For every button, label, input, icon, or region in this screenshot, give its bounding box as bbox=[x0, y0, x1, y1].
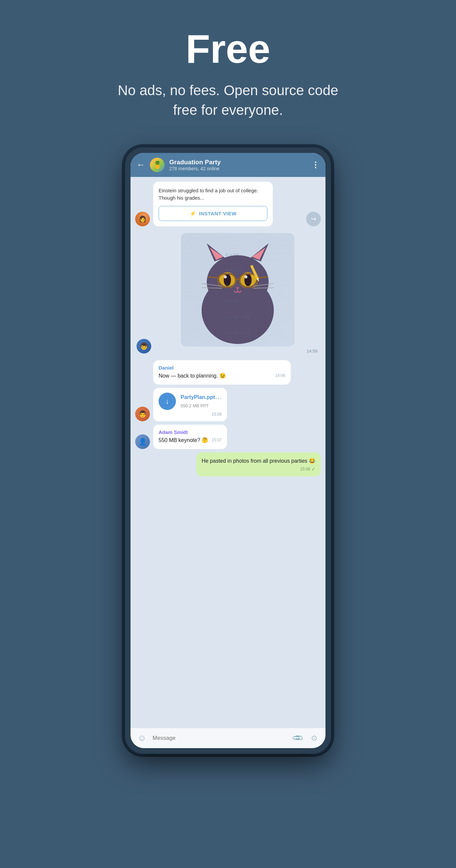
file-sender-avatar: 👨 bbox=[135, 407, 150, 421]
math-background: A = πr² V = l³ P = 2πr A = πr² s = √(r² … bbox=[181, 233, 295, 346]
hero-subtitle: No ads, no fees. Open source code free f… bbox=[111, 81, 345, 120]
emoji-icon: ☺ bbox=[138, 733, 147, 743]
adam-avatar: 👤 bbox=[135, 434, 150, 449]
back-button[interactable]: ← bbox=[136, 160, 145, 170]
sticker-background: A = πr² V = l³ P = 2πr A = πr² s = √(r² … bbox=[181, 233, 295, 346]
camera-icon: ⊙ bbox=[311, 734, 317, 742]
self-message-row: He pasted in photos from all previous pa… bbox=[135, 452, 321, 476]
file-more-icon[interactable]: ⋯ bbox=[215, 394, 222, 402]
download-button[interactable]: ↓ bbox=[158, 393, 176, 410]
adam-message-row: 👤 Adam Smidt 550 MB keynote? 🤔 15:07 bbox=[135, 425, 321, 449]
input-bar: ☺ 📎 ⊙ bbox=[130, 728, 326, 748]
daniel-message-container: Daniel Now — back to planning. 😉 15:06 bbox=[135, 360, 321, 384]
file-message-row: 👨 ↓ PartyPlan.ppt ⋯ bbox=[135, 388, 321, 421]
download-icon: ↓ bbox=[165, 397, 169, 406]
group-info: Graduation Party 278 members, 42 online bbox=[169, 159, 307, 171]
lightning-icon: ⚡ bbox=[190, 210, 196, 217]
phone-frame: ← 🍍 Graduation Party 278 members, 42 onl… bbox=[124, 147, 332, 754]
adam-message-bubble: Adam Smidt 550 MB keynote? 🤔 15:07 bbox=[153, 425, 227, 449]
forward-icon: ↪ bbox=[311, 215, 316, 223]
daniel-message-text: Now — back to planning. 😉 15:06 bbox=[158, 372, 285, 380]
adam-message-text: 550 MB keynote? 🤔 15:07 bbox=[158, 436, 222, 444]
file-time: 15:06 bbox=[158, 412, 222, 416]
daniel-message-bubble: Daniel Now — back to planning. 😉 15:06 bbox=[153, 360, 291, 384]
self-message-footer: 15:08 ✓ bbox=[202, 466, 315, 472]
file-header-row: PartyPlan.ppt ⋯ bbox=[181, 394, 222, 402]
file-row: ↓ PartyPlan.ppt ⋯ 550.2 MB PPT bbox=[158, 393, 222, 410]
file-bubble: ↓ PartyPlan.ppt ⋯ 550.2 MB PPT 15:06 bbox=[153, 388, 227, 421]
chat-header: ← 🍍 Graduation Party 278 members, 42 onl… bbox=[130, 153, 326, 177]
paperclip-icon: 📎 bbox=[291, 732, 303, 744]
file-size: 550.2 MB PPT bbox=[181, 403, 222, 408]
adam-message-time: 15:07 bbox=[212, 437, 222, 443]
sticker-sender-avatar: 👦 bbox=[136, 339, 151, 353]
hero-section: Free No ads, no fees. Open source code f… bbox=[98, 0, 358, 140]
daniel-sender-name: Daniel bbox=[158, 365, 285, 371]
instant-view-label: INSTANT VIEW bbox=[199, 211, 236, 216]
message-input[interactable] bbox=[153, 735, 287, 741]
file-name: PartyPlan.ppt bbox=[181, 394, 215, 400]
file-info: PartyPlan.ppt ⋯ 550.2 MB PPT bbox=[181, 394, 222, 408]
phone-screen: ← 🍍 Graduation Party 278 members, 42 onl… bbox=[130, 153, 326, 748]
group-members: 278 members, 42 online bbox=[169, 166, 307, 171]
sticker-area: A = πr² V = l³ P = 2πr A = πr² s = √(r² … bbox=[155, 233, 321, 353]
sticker-time: 14:58 bbox=[306, 348, 321, 353]
message-check-icon: ✓ bbox=[311, 466, 315, 472]
self-message-text: He pasted in photos from all previous pa… bbox=[202, 457, 315, 465]
sender-avatar-girl: 👩 bbox=[135, 212, 150, 226]
daniel-bubble: Daniel Now — back to planning. 😉 15:06 bbox=[153, 360, 321, 384]
self-message-time: 15:08 bbox=[300, 467, 310, 471]
link-message-row: 👩 Einstein struggled to find a job out o… bbox=[135, 182, 321, 226]
group-avatar: 🍍 bbox=[150, 158, 164, 172]
instant-view-button[interactable]: ⚡ INSTANT VIEW bbox=[158, 206, 267, 221]
group-name: Graduation Party bbox=[169, 159, 307, 166]
sticker-section: 👦 A = πr² V = l³ P = 2πr A = πr² s = √(r… bbox=[135, 233, 321, 353]
camera-button[interactable]: ⊙ bbox=[308, 732, 320, 744]
link-bubble: Einstein struggled to find a job out of … bbox=[153, 182, 273, 226]
phone-wrapper: ← 🍍 Graduation Party 278 members, 42 onl… bbox=[124, 140, 332, 774]
chat-body: 👩 Einstein struggled to find a job out o… bbox=[130, 177, 326, 728]
self-message-bubble: He pasted in photos from all previous pa… bbox=[196, 452, 321, 476]
forward-button[interactable]: ↪ bbox=[306, 212, 321, 226]
more-options-icon[interactable]: ⋮ bbox=[311, 160, 320, 169]
emoji-button[interactable]: ☺ bbox=[136, 732, 148, 744]
adam-sender-name: Adam Smidt bbox=[158, 429, 222, 435]
link-preview-text: Einstein struggled to find a job out of … bbox=[158, 187, 267, 202]
hero-title: Free bbox=[111, 27, 345, 71]
attach-button[interactable]: 📎 bbox=[292, 732, 303, 744]
daniel-message-time: 15:06 bbox=[275, 373, 285, 379]
